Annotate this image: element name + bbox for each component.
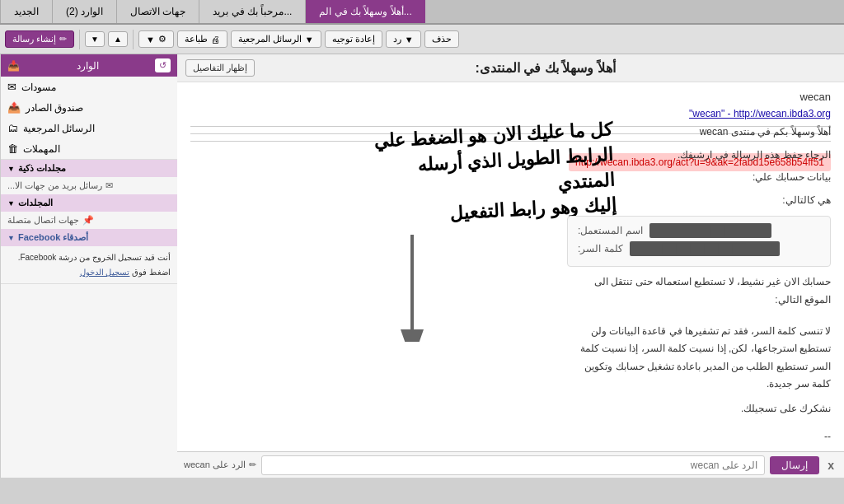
reference-label: الرسائل المرجعية <box>23 123 95 134</box>
facebook-expand-icon: ▼ <box>7 234 15 242</box>
close-reply-button[interactable]: x <box>824 459 837 472</box>
username-value: ████████ <box>649 223 771 238</box>
settings-button[interactable]: ⚙ ▼ <box>138 30 174 48</box>
password-row: ████████████ كلمة السر: <box>578 241 820 256</box>
tab-inbox[interactable]: الوارد (2) <box>52 0 116 23</box>
sidebar-item-drafts[interactable]: مسودات ✉ <box>1 77 177 97</box>
compose-button[interactable]: ✏ إنشاء رسالة <box>5 30 74 48</box>
forward-button[interactable]: إعادة توجيه <box>325 30 382 48</box>
wecan-link[interactable]: "wecan" - http://wecan.ibda3.org <box>689 108 831 119</box>
reference-button[interactable]: ▼ الرسائل المرجعية <box>231 30 321 48</box>
tab-new[interactable]: الجديد <box>0 0 52 23</box>
send-button[interactable]: إرسال <box>770 456 819 474</box>
email-subject: أهلاً وسهلاً بك في المنتدى: <box>255 60 836 76</box>
sidebar-subitem-smart[interactable]: ✉ رسائل بريد من جهات الا... <box>1 177 177 194</box>
toolbar: ✏ إنشاء رسالة ▼ ▲ ⚙ ▼ 🖨 طباعة ▼ الرسائل … <box>0 25 844 54</box>
reply-label: ✏ الرد على wecan <box>184 460 256 470</box>
print-button[interactable]: 🖨 طباعة <box>177 30 227 48</box>
compose-icon: ✏ <box>59 34 67 44</box>
reminder-text: لا تنسى كلمة السر، فقد تم تشفيرها في قاع… <box>567 323 831 394</box>
reply-bar: x إرسال ✏ الرد على wecan <box>177 451 844 478</box>
reference-icon: 🗂 <box>7 122 18 134</box>
folders-label: المجلدات <box>18 198 53 208</box>
toolbar-separator-2 <box>133 30 134 49</box>
drafts-label: مسودات <box>21 82 56 93</box>
sidebar-item-sent[interactable]: صندوق الصادر 📤 <box>1 97 177 118</box>
sent-label: صندوق الصادر <box>26 102 83 114</box>
sidebar-subitem-connected[interactable]: 📌 جهات اتصال متصلة <box>1 212 177 229</box>
folders-group[interactable]: المجلدات ▼ <box>1 194 177 212</box>
main-layout: إظهار التفاصيل أهلاً وسهلاً بك في المنتد… <box>0 54 844 478</box>
sidebar: ↺ الوارد 📥 مسودات ✉ صندوق الصادر 📤 الرسا… <box>0 54 177 478</box>
smart-folders-group[interactable]: مجلدات ذكية ▼ <box>1 160 177 177</box>
facebook-label: أصدقاء Facebook <box>18 232 88 243</box>
email-content-right: أهلاً وسهلاً بكم في منتدى wecan الرجاء ح… <box>567 124 831 451</box>
facebook-note: أنت قيد تسجيل الخروج من درشة Facebook. <box>7 251 171 264</box>
tab-sent[interactable]: ...مرحباً بك في بريد <box>199 0 305 23</box>
greeting-text: أهلاً وسهلاً بكم في منتدى wecan الرجاء ح… <box>567 124 831 209</box>
user-info-section: ████████ اسم المستعمل: ████████████ كلمة… <box>567 216 831 267</box>
folders-expand-icon: ▼ <box>7 199 15 208</box>
username-row: ████████ اسم المستعمل: <box>578 223 820 238</box>
connected-icon: 📌 <box>82 215 94 226</box>
thanks-text: نشكرك على تسجيلك. <box>567 400 831 418</box>
sent-icon: 📤 <box>7 101 21 114</box>
trash-label: المهملات <box>23 143 60 155</box>
sidebar-item-reference[interactable]: الرسائل المرجعية 🗂 <box>1 118 177 138</box>
email-header-bar: إظهار التفاصيل أهلاً وسهلاً بك في المنتد… <box>177 54 844 82</box>
print-icon: 🖨 <box>211 35 220 44</box>
reply-input[interactable] <box>261 455 765 475</box>
smart-folders-expand-icon: ▼ <box>7 165 15 173</box>
show-details-button[interactable]: إظهار التفاصيل <box>185 59 255 77</box>
facebook-signin-link[interactable]: تسجيل الدخول <box>80 268 130 277</box>
email-body: wecan كل ما عليك الان هو الضغط علي الراب… <box>177 82 844 451</box>
password-label: كلمة السر: <box>578 243 623 254</box>
password-value: ████████████ <box>630 241 780 256</box>
sidebar-header-label: الوارد <box>77 60 99 72</box>
nav-up-button[interactable]: ▲ <box>108 31 128 47</box>
tab-contact[interactable]: جهات الاتصال <box>116 0 199 23</box>
drafts-icon: ✉ <box>7 81 16 93</box>
signature-container: -- wecan <box>567 428 831 451</box>
delete-button[interactable]: حذف <box>424 30 459 48</box>
facebook-section: أنت قيد تسجيل الخروج من درشة Facebook. ا… <box>1 246 177 284</box>
refresh-button[interactable]: ↺ <box>155 58 171 72</box>
facebook-group[interactable]: أصدقاء Facebook ▼ <box>1 229 177 246</box>
sidebar-item-trash[interactable]: المهملات 🗑 <box>1 138 177 159</box>
sidebar-header: ↺ الوارد 📥 <box>1 54 177 77</box>
username-label: اسم المستعمل: <box>578 225 643 236</box>
tab-welcome[interactable]: ...أهلاً وسهلاً بك في الم <box>305 0 424 23</box>
sender-name: wecan <box>190 91 831 103</box>
trash-icon: 🗑 <box>7 142 18 155</box>
settings-dropdown-icon: ▼ <box>146 35 155 44</box>
inactive-note-text: حسابك الان غير نشيط، لا تستطيع استعماله … <box>567 273 831 309</box>
smart-folders-label: مجلدات ذكية <box>18 163 66 174</box>
facebook-actions: اضغط فوق تسجيل الدخول <box>7 266 171 278</box>
toolbar-separator-1 <box>79 30 80 49</box>
sidebar-section-main: مسودات ✉ صندوق الصادر 📤 الرسائل المرجعية… <box>1 77 177 160</box>
email-area: إظهار التفاصيل أهلاً وسهلاً بك في المنتد… <box>177 54 844 478</box>
reference-dropdown-icon: ▼ <box>305 35 314 44</box>
reply-button[interactable]: ▼ رد <box>386 30 421 48</box>
smart-item-icon: ✉ <box>106 180 113 191</box>
reply-dropdown-icon: ▼ <box>405 35 414 44</box>
reply-edit-icon: ✏ <box>249 460 256 470</box>
annotation-arrow <box>379 235 445 342</box>
wecan-link-container: "wecan" - http://wecan.ibda3.org <box>190 108 831 119</box>
gear-icon: ⚙ <box>158 34 166 44</box>
inbox-icon: 📥 <box>7 60 20 72</box>
tab-bar: الجديد الوارد (2) جهات الاتصال ...مرحباً… <box>0 0 844 25</box>
nav-down-button[interactable]: ▼ <box>85 31 105 47</box>
